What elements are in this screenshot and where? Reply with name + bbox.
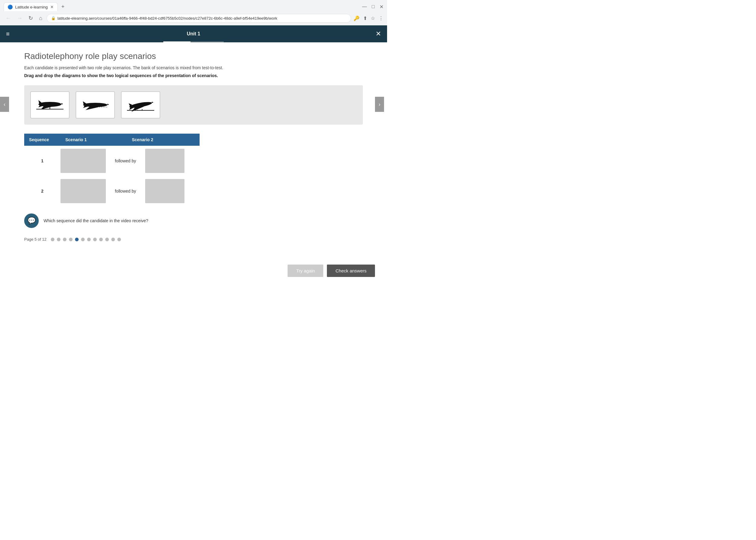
page-dot-5[interactable] xyxy=(75,238,78,241)
pagination: Page 5 of 12 xyxy=(24,237,363,242)
lock-icon: 🔒 xyxy=(51,16,56,20)
svg-point-7 xyxy=(99,107,100,107)
close-window-icon[interactable]: ✕ xyxy=(379,4,383,10)
drop-zone-1-scenario1[interactable] xyxy=(61,149,106,173)
drop-zone-2-scenario1[interactable] xyxy=(61,179,106,203)
description-text: Each candidate is presented with two rol… xyxy=(24,65,363,70)
browser-chrome: 🔵 Latitude e-learning ✕ + — □ ✕ ← → ↻ ⌂ … xyxy=(0,0,387,25)
window-controls: — □ ✕ xyxy=(362,4,383,10)
scenario-table: Sequence Scenario 1 Scenario 2 1 followe… xyxy=(24,134,200,206)
share-icon[interactable]: ⬆ xyxy=(363,15,367,21)
address-bar[interactable]: 🔒 latitude-elearning.aero/courses/01a46f… xyxy=(47,14,351,23)
chevron-left-icon: ‹ xyxy=(4,101,5,108)
col-sequence-header: Sequence xyxy=(24,134,61,146)
footer-buttons: Try again Check answers xyxy=(0,260,387,282)
browser-tab[interactable]: 🔵 Latitude e-learning ✕ xyxy=(4,2,58,11)
page-dot-9[interactable] xyxy=(99,238,103,241)
svg-point-8 xyxy=(101,107,101,107)
table-row: 1 followed by xyxy=(24,146,200,176)
page-dot-11[interactable] xyxy=(111,238,115,241)
url-text: latitude-elearning.aero/courses/01a46ffa… xyxy=(58,16,277,21)
page-dot-8[interactable] xyxy=(93,238,97,241)
title-bar: 🔵 Latitude e-learning ✕ + — □ ✕ xyxy=(0,0,387,11)
person-icon: 💬 xyxy=(28,217,36,225)
page-info: Page 5 of 12 xyxy=(24,237,47,242)
back-button[interactable]: ← xyxy=(4,14,13,23)
page-dot-12[interactable] xyxy=(117,238,121,241)
page-dot-4[interactable] xyxy=(69,238,73,241)
maximize-icon[interactable]: □ xyxy=(372,4,375,10)
plane-landing-icon xyxy=(35,96,65,114)
check-answers-button[interactable]: Check answers xyxy=(327,265,375,277)
col-scenario1-header: Scenario 1 xyxy=(61,134,127,146)
main-content: Radiotelephony role play scenarios Each … xyxy=(12,42,375,260)
sequence-number-1: 1 xyxy=(24,158,61,163)
followed-by-1: followed by xyxy=(106,158,145,163)
instruction-text: Drag and drop the diagrams to show the t… xyxy=(24,73,363,78)
app-header: ≡ Unit 1 ✕ xyxy=(0,25,387,42)
svg-point-10 xyxy=(105,107,105,107)
next-page-button[interactable]: › xyxy=(375,97,384,112)
table-header: Sequence Scenario 1 Scenario 2 xyxy=(24,134,200,146)
page-dot-7[interactable] xyxy=(87,238,91,241)
tab-icon: 🔵 xyxy=(8,5,13,9)
page-dot-2[interactable] xyxy=(57,238,61,241)
bookmark-icon[interactable]: ☆ xyxy=(371,15,375,21)
page-title: Radiotelephony role play scenarios xyxy=(24,52,363,61)
page-dot-1[interactable] xyxy=(51,238,55,241)
hamburger-menu[interactable]: ≡ xyxy=(6,31,10,38)
drag-source-area xyxy=(24,85,363,125)
nav-bar: ← → ↻ ⌂ 🔒 latitude-elearning.aero/course… xyxy=(0,11,387,25)
drag-item-2[interactable] xyxy=(76,91,115,118)
reload-button[interactable]: ↻ xyxy=(27,14,35,23)
followed-by-2: followed by xyxy=(106,189,145,194)
drop-zone-1-scenario2[interactable] xyxy=(145,149,185,173)
page-dot-10[interactable] xyxy=(105,238,109,241)
browser-actions: 🔑 ⬆ ☆ ⋮ xyxy=(354,15,383,21)
prev-page-button[interactable]: ‹ xyxy=(0,97,9,112)
menu-icon[interactable]: ⋮ xyxy=(378,15,383,21)
svg-point-9 xyxy=(103,107,103,107)
home-button[interactable]: ⌂ xyxy=(37,14,44,23)
table-row: 2 followed by xyxy=(24,176,200,206)
minimize-icon[interactable]: — xyxy=(362,4,367,10)
svg-point-5 xyxy=(95,107,96,107)
close-button[interactable]: ✕ xyxy=(376,30,381,38)
drag-item-1[interactable] xyxy=(30,91,70,118)
svg-point-6 xyxy=(97,107,98,107)
try-again-button[interactable]: Try again xyxy=(288,265,323,277)
sequence-number-2: 2 xyxy=(24,189,61,194)
tab-close-icon[interactable]: ✕ xyxy=(50,5,54,9)
chevron-right-icon: › xyxy=(378,101,380,108)
drag-item-3[interactable] xyxy=(121,91,160,118)
header-title: Unit 1 xyxy=(187,31,200,37)
plane-takeoff-icon xyxy=(125,96,156,114)
plane-flying-icon xyxy=(80,96,110,114)
forward-button[interactable]: → xyxy=(15,14,24,23)
page-dot-3[interactable] xyxy=(63,238,67,241)
avatar-question-area: 💬 Which sequence did the candidate in th… xyxy=(24,213,363,228)
tab-label: Latitude e-learning xyxy=(15,5,48,9)
avatar: 💬 xyxy=(24,213,39,228)
page-dot-6[interactable] xyxy=(81,238,85,241)
svg-point-11 xyxy=(106,107,107,107)
question-text: Which sequence did the candidate in the … xyxy=(44,218,148,223)
key-icon[interactable]: 🔑 xyxy=(354,15,360,21)
col-scenario2-header: Scenario 2 xyxy=(127,134,200,146)
new-tab-button[interactable]: + xyxy=(60,2,66,11)
drop-zone-2-scenario2[interactable] xyxy=(145,179,185,203)
